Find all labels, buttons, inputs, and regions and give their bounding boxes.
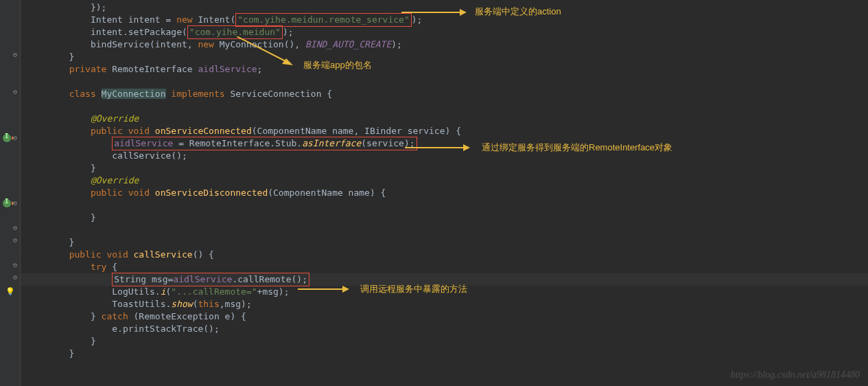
fold-icon[interactable]: ⊖ [12, 51, 19, 58]
code-line: e.printStackTrace(); [21, 323, 868, 335]
watermark: https://blog.csdn.net/a981814480 [731, 370, 860, 381]
code-line: @Override [21, 113, 868, 125]
code-content[interactable]: }); Intent intent = new Intent("com.yihe… [21, 0, 868, 386]
code-line: intent.setPackage("com.yihe.meidun"); [21, 26, 868, 38]
code-line: } [21, 51, 868, 63]
code-line: class MyConnection implements ServiceCon… [21, 88, 868, 100]
arrow-icon [237, 36, 298, 67]
code-line: } [21, 212, 868, 224]
fold-icon[interactable]: ⊖ [12, 273, 19, 280]
annotation-package: 服务端app的包名 [303, 59, 372, 71]
code-line: bindService(intent, new MyConnection(), … [21, 38, 868, 51]
fold-icon[interactable]: ⊖ [12, 199, 19, 206]
code-line: public void onServiceConnected(Component… [21, 125, 868, 137]
annotation-action: 服务端中定义的action [475, 5, 561, 18]
svg-marker-3 [282, 58, 293, 65]
svg-line-2 [237, 36, 288, 63]
code-line: public void onServiceDisconnected(Compon… [21, 187, 868, 199]
code-line: } [21, 236, 868, 249]
fold-icon[interactable]: ⊖ [12, 236, 19, 243]
fold-icon[interactable]: ⊖ [12, 261, 19, 268]
fold-icon[interactable]: ⊖ [12, 224, 19, 231]
svg-marker-5 [463, 144, 470, 151]
code-line: @Override [21, 174, 868, 187]
code-line: } [21, 335, 868, 348]
arrow-icon [298, 282, 353, 296]
arrow-icon [405, 141, 473, 155]
fold-icon[interactable]: ⊖ [12, 134, 19, 141]
code-line: private RemoteInterface aidlService; [21, 63, 868, 76]
code-line [21, 199, 868, 212]
svg-marker-1 [460, 9, 467, 16]
code-line [21, 76, 868, 88]
code-line [21, 224, 868, 236]
code-line: } catch (RemoteException e) { [21, 310, 868, 323]
bulb-icon[interactable]: 💡 [5, 287, 16, 298]
code-editor[interactable]: ⊖ ⊖ ⊖ ⊖ ⊖ ⊖ ⊖ ⊖ 💡 }); Intent intent = ne… [0, 0, 868, 386]
editor-gutter: ⊖ ⊖ ⊖ ⊖ ⊖ ⊖ ⊖ ⊖ 💡 [0, 0, 21, 386]
code-line: try { [21, 261, 868, 273]
code-line: } [21, 162, 868, 174]
annotation-interface: 通过绑定服务得到服务端的RemoteInterface对象 [482, 141, 672, 154]
code-line [21, 100, 868, 113]
annotation-method: 调用远程服务中暴露的方法 [360, 283, 467, 295]
arrow-icon [401, 5, 470, 19]
svg-marker-7 [342, 286, 349, 293]
code-line: } [21, 348, 868, 360]
code-line: public void callService() { [21, 249, 868, 261]
code-line: ToastUtils.show(this,msg); [21, 298, 868, 310]
fold-icon[interactable]: ⊖ [12, 88, 19, 95]
